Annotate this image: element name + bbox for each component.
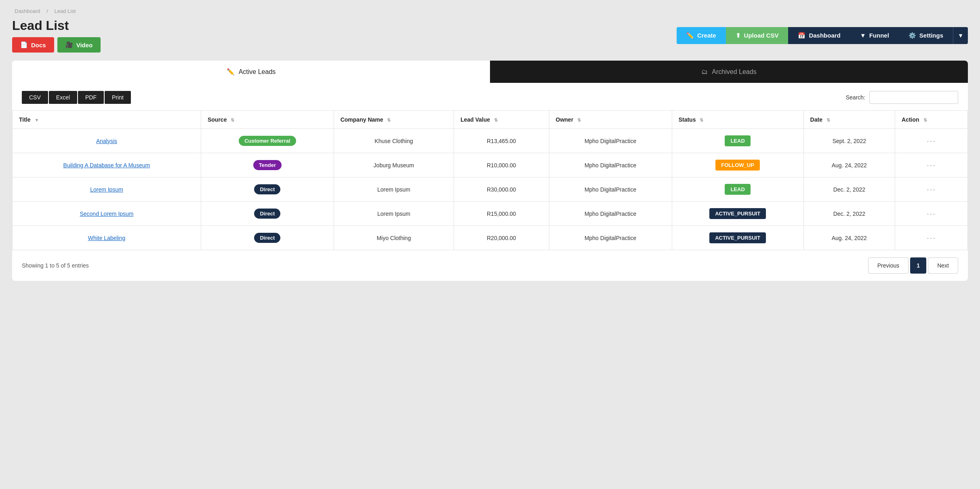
cell-company-1: Joburg Museum (334, 153, 454, 177)
action-menu-4[interactable]: ··· (927, 233, 936, 242)
table-row: Second Lorem Ipsum Direct Lorem Ipsum R1… (13, 202, 968, 226)
col-title[interactable]: Title ▼ (13, 111, 201, 129)
cell-date-1: Aug. 24, 2022 (803, 153, 895, 177)
col-company-name[interactable]: Company Name ⇅ (334, 111, 454, 129)
cell-action-2: ··· (895, 177, 968, 202)
cell-owner-3: Mpho DigitalPractice (549, 202, 672, 226)
docs-button[interactable]: 📄 Docs (12, 37, 54, 53)
cell-source-0: Customer Referral (201, 129, 334, 153)
video-icon: 🎥 (65, 41, 73, 48)
tab-active-leads[interactable]: ✏️ Active Leads (12, 61, 490, 83)
funnel-button[interactable]: ▼ Funnel (850, 27, 899, 44)
page-1-button[interactable]: 1 (910, 257, 926, 274)
cell-title-2: Lorem Ipsum (13, 177, 201, 202)
next-button[interactable]: Next (928, 257, 958, 274)
upload-icon: ⬆ (736, 32, 741, 39)
sort-source-icon: ⇅ (231, 118, 234, 123)
breadcrumb-separator: / (46, 8, 48, 14)
title-link-3[interactable]: Second Lorem Ipsum (80, 211, 133, 217)
settings-button[interactable]: ⚙️ Settings (899, 27, 953, 44)
action-menu-1[interactable]: ··· (927, 160, 936, 169)
table-footer: Showing 1 to 5 of 5 entries Previous 1 N… (12, 250, 968, 281)
video-button[interactable]: 🎥 Video (57, 37, 101, 53)
breadcrumb-dashboard[interactable]: Dashboard (15, 8, 40, 14)
leads-table: Title ▼ Source ⇅ Company Name ⇅ Lead Val… (12, 110, 968, 250)
title-link-2[interactable]: Lorem Ipsum (90, 186, 123, 193)
cell-status-4: ACTIVE_PURSUIT (672, 226, 803, 250)
cell-action-3: ··· (895, 202, 968, 226)
csv-export-button[interactable]: CSV (22, 91, 48, 104)
archive-icon: 🗂 (701, 68, 708, 76)
source-badge-4: Direct (254, 233, 280, 243)
docs-icon: 📄 (20, 41, 28, 48)
status-badge-2: LEAD (725, 184, 750, 195)
previous-button[interactable]: Previous (868, 257, 908, 274)
excel-export-button[interactable]: Excel (49, 91, 77, 104)
action-menu-0[interactable]: ··· (927, 136, 936, 145)
search-label: Search: (846, 94, 865, 101)
upload-csv-button[interactable]: ⬆ Upload CSV (726, 27, 789, 44)
table-controls: CSV Excel PDF Print Search: (12, 83, 968, 110)
status-badge-4: ACTIVE_PURSUIT (709, 232, 766, 243)
cell-company-4: Miyo Clothing (334, 226, 454, 250)
sort-status-icon: ⇅ (700, 118, 703, 123)
cell-status-0: LEAD (672, 129, 803, 153)
source-badge-0: Customer Referral (239, 136, 296, 146)
table-row: Analysis Customer Referral Khuse Clothin… (13, 129, 968, 153)
col-lead-value[interactable]: Lead Value ⇅ (454, 111, 549, 129)
title-link-0[interactable]: Analysis (96, 138, 117, 144)
cell-owner-1: Mpho DigitalPractice (549, 153, 672, 177)
create-button[interactable]: ✏️ Create (677, 27, 726, 44)
table-header-row: Title ▼ Source ⇅ Company Name ⇅ Lead Val… (13, 111, 968, 129)
col-date[interactable]: Date ⇅ (803, 111, 895, 129)
create-icon: ✏️ (686, 32, 694, 39)
source-badge-1: Tender (253, 160, 282, 170)
tab-archived-leads[interactable]: 🗂 Archived Leads (490, 61, 968, 83)
source-badge-2: Direct (254, 184, 280, 194)
cell-value-0: R13,465.00 (454, 129, 549, 153)
cell-owner-4: Mpho DigitalPractice (549, 226, 672, 250)
cell-status-1: FOLLOW_UP (672, 153, 803, 177)
search-input[interactable] (869, 91, 958, 104)
print-button[interactable]: Print (105, 91, 131, 104)
col-action: Action ⇅ (895, 111, 968, 129)
status-badge-0: LEAD (725, 135, 750, 146)
action-menu-2[interactable]: ··· (927, 185, 936, 194)
sort-value-icon: ⇅ (494, 118, 498, 123)
cell-company-3: Lorem Ipsum (334, 202, 454, 226)
cell-status-2: LEAD (672, 177, 803, 202)
dashboard-nav-button[interactable]: 📅 Dashboard (788, 27, 850, 44)
cell-owner-2: Mpho DigitalPractice (549, 177, 672, 202)
cell-date-2: Dec. 2, 2022 (803, 177, 895, 202)
main-card: ✏️ Active Leads 🗂 Archived Leads CSV Exc… (12, 61, 968, 281)
table-row: Lorem Ipsum Direct Lorem Ipsum R30,000.0… (13, 177, 968, 202)
cell-status-3: ACTIVE_PURSUIT (672, 202, 803, 226)
cell-action-1: ··· (895, 153, 968, 177)
status-badge-3: ACTIVE_PURSUIT (709, 208, 766, 219)
col-owner[interactable]: Owner ⇅ (549, 111, 672, 129)
cell-date-3: Dec. 2, 2022 (803, 202, 895, 226)
cell-date-4: Aug. 24, 2022 (803, 226, 895, 250)
dropdown-button[interactable]: ▾ (953, 27, 968, 44)
cell-source-1: Tender (201, 153, 334, 177)
calendar-icon: 📅 (798, 32, 805, 39)
settings-icon: ⚙️ (908, 32, 916, 39)
cell-value-3: R15,000.00 (454, 202, 549, 226)
header-left-buttons: 📄 Docs 🎥 Video (12, 37, 101, 53)
cell-title-4: White Labeling (13, 226, 201, 250)
col-status[interactable]: Status ⇅ (672, 111, 803, 129)
cell-action-4: ··· (895, 226, 968, 250)
source-badge-3: Direct (254, 209, 280, 219)
action-menu-3[interactable]: ··· (927, 209, 936, 218)
col-source[interactable]: Source ⇅ (201, 111, 334, 129)
title-link-1[interactable]: Building A Database for A Museum (63, 162, 150, 169)
title-link-4[interactable]: White Labeling (88, 235, 126, 241)
cell-company-2: Lorem Ipsum (334, 177, 454, 202)
pdf-export-button[interactable]: PDF (78, 91, 104, 104)
sort-action-icon: ⇅ (923, 118, 927, 123)
page-header: Lead List 📄 Docs 🎥 Video ✏️ Create ⬆ Upl… (12, 18, 968, 53)
header-right-buttons: ✏️ Create ⬆ Upload CSV 📅 Dashboard ▼ Fun… (677, 27, 968, 44)
sort-owner-icon: ⇅ (577, 118, 581, 123)
pagination: Previous 1 Next (868, 257, 958, 274)
funnel-icon: ▼ (860, 32, 866, 39)
